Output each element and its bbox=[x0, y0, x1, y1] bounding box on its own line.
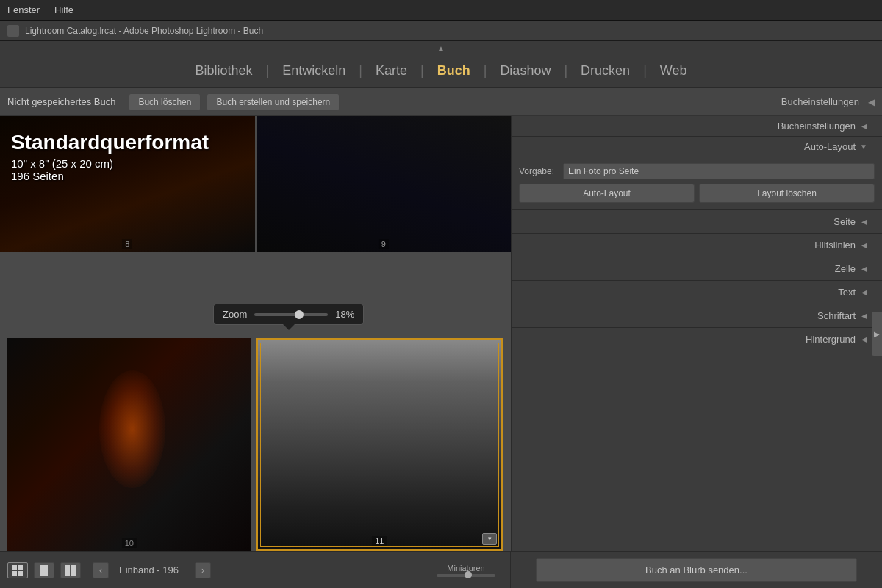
bottom-right: Buch an Blurb senden... bbox=[511, 552, 882, 588]
menu-bar[interactable]: Fenster Hilfe bbox=[7, 4, 74, 15]
menu-fenster[interactable]: Fenster bbox=[7, 4, 40, 15]
nav-entwickeln[interactable]: Entwickeln bbox=[269, 63, 359, 79]
compare-view-button[interactable] bbox=[60, 562, 81, 578]
single-view-button[interactable] bbox=[34, 562, 54, 578]
delete-book-button[interactable]: Buch löschen bbox=[129, 93, 201, 111]
nav-prev-button[interactable]: ‹ bbox=[93, 562, 109, 578]
svg-rect-4 bbox=[40, 565, 48, 576]
page-dropdown-button[interactable]: ▾ bbox=[482, 533, 497, 545]
app-icon bbox=[7, 25, 19, 37]
book-view[interactable]: Standardquerformat 10" x 8" (25 x 20 cm)… bbox=[0, 116, 511, 551]
content-area: Standardquerformat 10" x 8" (25 x 20 cm)… bbox=[0, 116, 882, 551]
right-panel: ▶ Bucheinstellungen ◀ Auto-Layout ▼ Vorg… bbox=[511, 116, 882, 551]
hilfslinien-title: Hilfslinien bbox=[519, 240, 856, 251]
page-9[interactable]: 9 bbox=[257, 116, 512, 252]
menu-hilfe[interactable]: Hilfe bbox=[54, 4, 74, 15]
page-10[interactable]: 10 bbox=[7, 338, 251, 551]
svg-rect-6 bbox=[71, 565, 76, 576]
seite-section[interactable]: Seite ◀ bbox=[512, 210, 882, 234]
text-arrow: ◀ bbox=[861, 288, 867, 296]
send-to-blurb-button[interactable]: Buch an Blurb senden... bbox=[536, 558, 857, 582]
title-bar: Fenster Hilfe bbox=[0, 0, 882, 21]
svg-rect-0 bbox=[12, 565, 17, 570]
book-info: Standardquerformat 10" x 8" (25 x 20 cm)… bbox=[11, 131, 209, 182]
svg-rect-1 bbox=[18, 565, 23, 570]
auto-layout-header[interactable]: Auto-Layout ▼ bbox=[512, 137, 882, 157]
nav-next-button[interactable]: › bbox=[195, 562, 211, 578]
layout-delete-button[interactable]: Layout löschen bbox=[699, 184, 875, 203]
svg-rect-5 bbox=[65, 565, 70, 576]
page-number-8: 8 bbox=[122, 239, 132, 249]
bottom-left: ‹ Einband - 196 › Miniaturen bbox=[0, 552, 511, 588]
window-title: Lightroom Catalog.lrcat - Adobe Photosho… bbox=[25, 26, 263, 36]
bucheinstellungen-header[interactable]: Bucheinstellungen ◀ bbox=[512, 116, 882, 137]
bucheinstellungen-collapse: ◀ bbox=[861, 122, 867, 130]
svg-rect-2 bbox=[12, 571, 17, 576]
page-number-10: 10 bbox=[122, 538, 137, 548]
page-indicator: Einband - 196 bbox=[115, 564, 183, 576]
main-nav: Bibliothek | Entwickeln | Karte | Buch |… bbox=[0, 54, 882, 88]
nav-arrow-top[interactable] bbox=[0, 41, 882, 54]
hintergrund-arrow: ◀ bbox=[861, 335, 867, 343]
auto-layout-title: Auto-Layout bbox=[804, 141, 856, 152]
seite-title: Seite bbox=[519, 216, 856, 227]
schriftart-section[interactable]: Schriftart ◀ bbox=[512, 304, 882, 328]
zoom-slider[interactable] bbox=[254, 313, 328, 316]
schriftart-title: Schriftart bbox=[519, 310, 856, 321]
nav-buch[interactable]: Buch bbox=[424, 63, 484, 79]
auto-layout-button[interactable]: Auto-Layout bbox=[519, 184, 695, 203]
preset-label: Vorgabe: bbox=[519, 166, 563, 176]
save-book-button[interactable]: Buch erstellen und speichern bbox=[207, 93, 340, 111]
toolbar: Nicht gespeichertes Buch Buch löschen Bu… bbox=[0, 88, 882, 116]
auto-layout-buttons: Auto-Layout Layout löschen bbox=[519, 184, 875, 203]
zelle-title: Zelle bbox=[519, 263, 856, 274]
auto-layout-collapse: ▼ bbox=[860, 143, 867, 151]
settings-triangle: ◀ bbox=[868, 97, 875, 107]
seite-arrow: ◀ bbox=[861, 218, 867, 226]
preset-select[interactable]: Ein Foto pro Seite bbox=[563, 163, 875, 179]
bucheinstellungen-label: Bucheinstellungen bbox=[781, 96, 859, 107]
bucheinstellungen-title: Bucheinstellungen bbox=[778, 121, 856, 132]
page-11-inner-border bbox=[260, 343, 500, 547]
zoom-tooltip: Zoom 18% bbox=[213, 304, 364, 325]
book-size: 10" x 8" (25 x 20 cm) bbox=[11, 157, 209, 170]
page-number-11: 11 bbox=[372, 536, 387, 546]
window-title-bar: Lightroom Catalog.lrcat - Adobe Photosho… bbox=[0, 21, 882, 41]
hintergrund-title: Hintergrund bbox=[519, 334, 856, 345]
hintergrund-section[interactable]: Hintergrund ◀ bbox=[512, 328, 882, 351]
miniatures-slider[interactable] bbox=[437, 574, 495, 577]
miniatures-slider-container: Miniaturen bbox=[437, 564, 495, 577]
bottom-bar: ‹ Einband - 196 › Miniaturen Buch an Blu… bbox=[0, 551, 882, 588]
cursor-area: ↖ bbox=[512, 351, 882, 551]
book-title: Standardquerformat bbox=[11, 131, 209, 154]
zoom-label: Zoom bbox=[223, 309, 247, 320]
svg-rect-3 bbox=[18, 571, 23, 576]
zelle-arrow: ◀ bbox=[861, 265, 867, 273]
text-section[interactable]: Text ◀ bbox=[512, 281, 882, 304]
schriftart-arrow: ◀ bbox=[861, 312, 867, 320]
zelle-section[interactable]: Zelle ◀ bbox=[512, 257, 882, 281]
nav-diashow[interactable]: Diashow bbox=[487, 63, 564, 79]
auto-layout-section: Vorgabe: Ein Foto pro Seite Auto-Layout … bbox=[512, 157, 882, 209]
page-number-9: 9 bbox=[379, 239, 389, 249]
grid-view-button[interactable] bbox=[7, 562, 28, 578]
book-pages: 196 Seiten bbox=[11, 170, 209, 182]
nav-bibliothek[interactable]: Bibliothek bbox=[182, 63, 266, 79]
text-title: Text bbox=[519, 287, 856, 298]
nav-drucken[interactable]: Drucken bbox=[567, 63, 643, 79]
preset-row: Vorgabe: Ein Foto pro Seite bbox=[519, 163, 875, 179]
nav-web[interactable]: Web bbox=[647, 63, 700, 79]
spread-bottom: 10 11 ▾ bbox=[7, 338, 503, 551]
panel-collapse-arrow[interactable]: ▶ bbox=[872, 312, 882, 356]
page-11[interactable]: 11 ▾ bbox=[256, 338, 504, 551]
nav-karte[interactable]: Karte bbox=[362, 63, 420, 79]
hilfslinien-section[interactable]: Hilfslinien ◀ bbox=[512, 234, 882, 257]
zoom-value: 18% bbox=[335, 309, 354, 320]
hilfslinien-arrow: ◀ bbox=[861, 241, 867, 249]
book-status: Nicht gespeichertes Buch bbox=[7, 96, 115, 107]
